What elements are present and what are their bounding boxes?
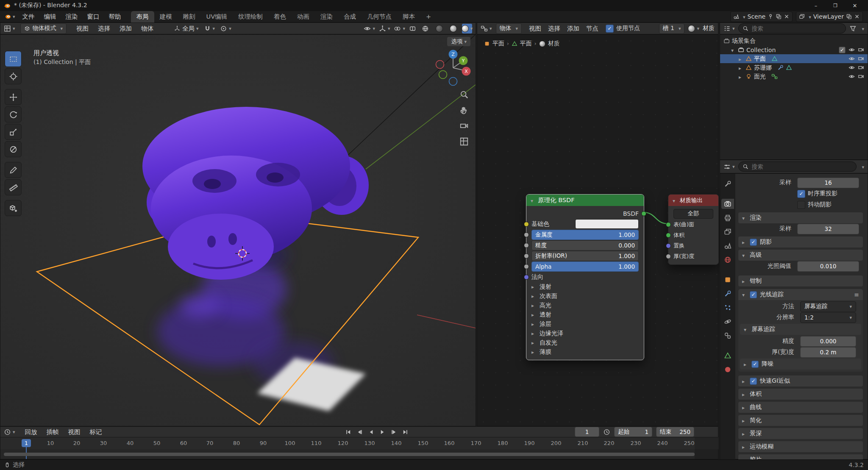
filter-funnel-icon[interactable] [849,25,857,32]
menu-item[interactable]: 文件 [18,11,39,22]
xray-toggle[interactable] [409,25,416,32]
material-browse-dropdown[interactable] [688,25,699,32]
menu-item[interactable]: 窗口 [83,11,104,22]
collapsed-section-row[interactable]: 次表面 [526,292,644,301]
properties-search[interactable] [738,161,857,172]
material-name[interactable]: 材质 [703,25,715,32]
slot-dropdown[interactable]: 槽 1 [659,23,685,34]
input-socket[interactable] [524,243,529,248]
shader-menu-item[interactable]: 添加 [564,23,583,34]
tab-output[interactable] [721,213,734,223]
collapsed-panel-header[interactable]: 景深 [738,428,863,439]
maximize-button[interactable] [826,0,845,11]
stopwatch-icon[interactable] [603,428,610,436]
gizmos-dropdown[interactable] [379,25,390,32]
viewport-samples-field[interactable]: 16 [797,178,859,188]
denoising-checkbox[interactable] [751,361,759,368]
workspace-tab[interactable]: 纹理绘制 [233,11,268,22]
editor-type-button[interactable] [4,428,15,436]
tool-transform[interactable] [5,141,22,157]
temporal-reprojection-checkbox[interactable] [797,190,805,198]
pan-hand-icon[interactable] [459,106,469,115]
viewport-menu-item[interactable]: 视图 [72,23,93,34]
hide-eye-icon[interactable] [849,56,855,62]
input-socket[interactable] [524,253,529,259]
pin-icon[interactable] [768,14,773,19]
viewport-options-button[interactable]: 选项 [447,37,470,46]
shader-menu-item[interactable]: 视图 [526,23,545,34]
tab-render[interactable] [721,199,734,209]
visibility-dropdown[interactable] [364,25,375,32]
input-socket[interactable] [666,254,671,259]
scene-collection-row[interactable]: 场景集合 [720,36,868,45]
object-row-plane[interactable]: 平面 [720,54,868,63]
tool-add-cube[interactable] [5,200,22,216]
input-socket[interactable] [524,264,529,269]
collapsed-section-row[interactable]: 边缘光泽 [526,329,644,338]
shading-solid-button[interactable] [434,24,444,33]
shader-menu-item[interactable]: 节点 [583,23,602,34]
output-node-header[interactable]: 材质输出 [668,195,718,206]
material-output-node[interactable]: 材质输出 全部 表(曲)面 体积 置换 厚(宽)度 [668,194,719,265]
render-camera-icon[interactable] [858,47,864,53]
shadows-checkbox[interactable] [750,239,757,246]
tab-particles[interactable] [721,303,734,313]
jittered-shadows-checkbox[interactable] [797,201,805,209]
tool-cursor[interactable] [5,68,22,84]
bsdf-node-header[interactable]: 原理化 BSDF [526,195,644,206]
collection-checkbox[interactable] [839,47,846,53]
hide-eye-icon[interactable] [849,64,855,71]
resolution-select[interactable]: 1:2 [800,312,856,323]
clamping-panel-header[interactable]: 钳制 [738,275,863,286]
timeline-menu-item[interactable]: 标记 [85,426,107,438]
render-subpanel-header[interactable]: 渲染 [738,212,863,223]
play-reverse-button[interactable] [366,427,376,437]
collapsed-panel-header[interactable]: 体积 [738,389,863,400]
collapsed-panel-header[interactable]: 简化 [738,415,863,426]
outliner-search[interactable] [738,23,846,33]
proportional-edit-toggle[interactable] [220,25,231,32]
workspace-tab[interactable]: 布局 [131,11,154,22]
editor-type-button[interactable] [4,25,15,32]
value-slider[interactable]: 金属度1.000 [531,230,639,240]
gizmo-neg-z-axis[interactable] [449,78,457,86]
tool-rotate[interactable] [5,106,22,122]
screen-tracing-subpanel-header[interactable]: 屏幕追踪 [740,324,861,335]
timeline-track[interactable] [0,449,718,459]
bsdf-output-socket[interactable] [641,211,646,216]
tab-constraints[interactable] [721,331,734,341]
collapse-arrow-icon[interactable] [673,197,677,204]
collapsed-section-row[interactable]: 自发光 [526,338,644,348]
current-frame-marker[interactable]: 1 [22,439,31,447]
method-select[interactable]: 屏幕追踪 [800,301,856,312]
blender-menu-button[interactable] [3,13,17,20]
viewport-menu-item[interactable]: 添加 [115,23,136,34]
input-socket[interactable] [666,233,671,238]
workspace-tab[interactable]: + [420,11,437,22]
orientation-dropdown[interactable]: 全局 [174,25,199,33]
collapsed-section-row[interactable]: 薄膜 [526,348,644,357]
render-camera-icon[interactable] [858,56,864,62]
expand-arrow-icon[interactable] [739,56,743,62]
fast-gi-checkbox[interactable] [750,378,757,385]
workspace-tab[interactable]: UV编辑 [201,11,233,22]
outliner-options-arrow[interactable] [860,25,864,32]
collection-row[interactable]: Collection [720,45,868,54]
properties-search-input[interactable] [751,163,853,170]
viewlayer-selector[interactable]: ViewLayer [796,11,863,22]
close-button[interactable] [845,0,865,11]
jump-to-start-button[interactable] [343,427,353,437]
fast-gi-panel-header[interactable]: 快速GI近似 [738,375,863,387]
timeline-menu-item[interactable]: 视图 [64,426,85,438]
overlays-dropdown[interactable] [394,25,405,32]
next-keyframe-button[interactable] [389,427,399,437]
tool-scale[interactable] [5,124,22,140]
timeline-menu-item[interactable]: 插帧 [42,426,64,438]
value-slider[interactable]: 糙度0.000 [531,240,639,250]
menu-item[interactable]: 帮助 [104,11,126,22]
denoising-subpanel-header[interactable]: 降噪 [740,359,861,370]
outliner-search-input[interactable] [751,25,842,32]
tool-measure[interactable] [5,179,22,195]
viewport-3d[interactable]: Z Y X 用户透视 (1) Collection | 平面 选项 [0,34,476,426]
jump-to-end-button[interactable] [400,427,411,437]
